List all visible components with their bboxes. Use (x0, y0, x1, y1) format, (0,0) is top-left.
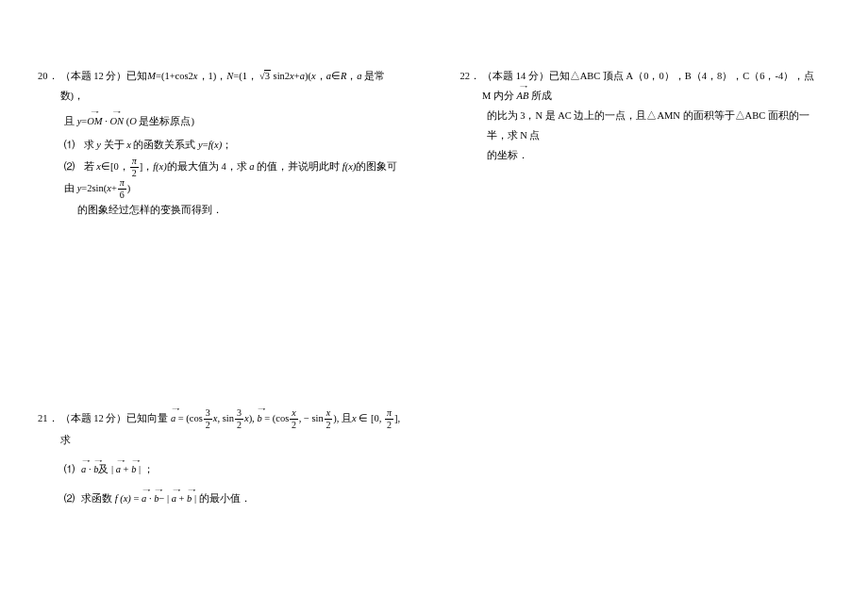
p22-head-body: （本题 14 分）已知△ABC 顶点 A（0，0），B（4，8），C（6，-4）… (482, 66, 826, 106)
vector-on: ON (109, 111, 124, 131)
vector-b: b (257, 408, 261, 428)
vector-a: a (142, 489, 146, 508)
problem-22: 22． （本题 14 分）已知△ABC 顶点 A（0，0），B（4，8），C（6… (460, 66, 826, 165)
fraction: π2 (385, 408, 393, 430)
p20-head: 20． （本题 12 分）已知M=(1+cos2x，1)，N=(1，3 sin2… (38, 66, 404, 106)
vector-a: a (116, 459, 121, 479)
vector-ab: AB (517, 86, 529, 106)
problem-number: 22． (460, 66, 481, 86)
vector-om: OM (87, 111, 102, 131)
p20-sub1: ⑴ 求 y 关于 x 的函数关系式 y=f(x)； (38, 135, 404, 155)
fraction: π6 (118, 178, 126, 200)
p20-sub2: ⑵ 若 x∈[0，π2]，f(x)的最大值为 4，求 a 的值，并说明此时 f(… (38, 157, 404, 200)
p21-head: 21． （本题 12 分）已知向量 a = (cos32x, sin32x), … (38, 408, 404, 450)
p21-sub2: ⑵求函数 f (x) = a · b− | a + b | 的最小值． (38, 489, 404, 508)
p22-line2: 的比为 3，N 是 AC 边上的一点，且△AMN 的面积等于△ABC 面积的一半… (460, 106, 826, 145)
p21-sub1: ⑴a · b及 | a + b | ； (38, 459, 404, 479)
p22-line3: 的坐标． (460, 145, 826, 165)
vector-b: b (93, 459, 98, 479)
fraction: x2 (290, 408, 297, 430)
vector-b: b (187, 489, 192, 508)
vector-a: a (171, 408, 175, 428)
vector-b: b (154, 489, 159, 508)
sqrt-icon: 3 (258, 66, 271, 86)
p20-sub2-cont: 的图象经过怎样的变换而得到． (38, 200, 404, 220)
problem-number: 21． (38, 408, 58, 428)
fraction: x2 (325, 408, 332, 430)
vector-a: a (172, 489, 176, 508)
problem-21: 21． （本题 12 分）已知向量 a = (cos32x, sin32x), … (38, 408, 404, 508)
vector-a: a (81, 459, 86, 479)
problem-20: 20． （本题 12 分）已知M=(1+cos2x，1)，N=(1，3 sin2… (38, 66, 404, 220)
p22-head: 22． （本题 14 分）已知△ABC 顶点 A（0，0），B（4，8），C（6… (460, 66, 826, 106)
vector-b: b (131, 459, 136, 479)
fraction: π2 (130, 157, 139, 178)
p20-line2: 且 y=OM · ON (O 是坐标原点) (38, 111, 404, 131)
p21-head-body: （本题 12 分）已知向量 a = (cos32x, sin32x), b = … (60, 408, 404, 450)
problem-number: 20． (38, 66, 58, 86)
fraction: 32 (204, 408, 212, 430)
right-column: 22． （本题 14 分）已知△ABC 顶点 A（0，0），B（4，8），C（6… (432, 66, 836, 594)
fraction: 32 (235, 408, 243, 430)
left-column: 20． （本题 12 分）已知M=(1+cos2x，1)，N=(1，3 sin2… (38, 66, 432, 594)
p20-head-body: （本题 12 分）已知M=(1+cos2x，1)，N=(1，3 sin2x+a)… (60, 66, 404, 106)
